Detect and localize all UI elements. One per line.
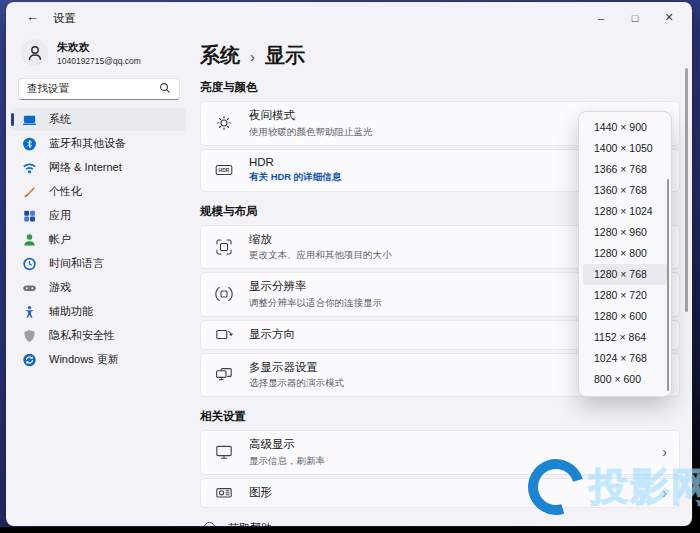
sidebar-item-accounts[interactable]: 帐户 <box>11 228 186 251</box>
user-email: 1040192715@qq.com <box>57 56 141 66</box>
multiple-displays-icon <box>215 366 235 384</box>
card-texts: 高级显示显示信息，刷新率 <box>249 431 662 474</box>
sidebar-item-apps[interactable]: 应用 <box>11 204 186 227</box>
sidebar-item-bluetooth-devices[interactable]: 蓝牙和其他设备 <box>11 132 186 155</box>
card-title: 高级显示 <box>249 437 662 452</box>
resolution-option[interactable]: 1366 × 768 <box>583 159 667 180</box>
card-subtitle: 显示信息，刷新率 <box>249 455 662 468</box>
avatar <box>21 39 48 66</box>
resolution-option[interactable]: 800 × 600 <box>583 369 667 390</box>
network-internet-icon <box>22 160 37 175</box>
window-controls: – □ ✕ <box>584 3 686 32</box>
breadcrumb-root[interactable]: 系统 <box>200 42 240 69</box>
chevron-right-icon: › <box>662 485 669 501</box>
card-trailing: › <box>662 485 669 501</box>
sidebar-item-label: Windows 更新 <box>49 352 119 367</box>
page-scrollbar[interactable] <box>685 68 688 312</box>
dropdown-scrollbar[interactable] <box>667 179 670 391</box>
sidebar-item-label: 网络 & Internet <box>49 160 122 175</box>
resolution-option[interactable]: 1440 × 900 <box>583 117 667 138</box>
settings-window: ← 设置 – □ ✕ 朱欢欢 1040192715@qq.com 查找设置 <box>6 2 692 526</box>
card-trailing: › <box>662 444 669 460</box>
sidebar-item-time-language[interactable]: 时间和语言 <box>11 252 186 275</box>
accessibility-icon <box>22 304 37 319</box>
sidebar-item-personalization[interactable]: 个性化 <box>11 180 186 203</box>
search-placeholder: 查找设置 <box>27 82 69 96</box>
svg-text:HDR: HDR <box>219 167 230 173</box>
sidebar-item-privacy-security[interactable]: 隐私和安全性 <box>11 324 186 347</box>
display-resolution-icon <box>215 285 235 303</box>
resolution-options-list: 1440 × 9001400 × 10501366 × 7681360 × 76… <box>579 117 671 390</box>
resolution-option[interactable]: 1280 × 768 <box>583 264 667 285</box>
sidebar-item-label: 辅助功能 <box>49 304 93 319</box>
privacy-security-icon <box>22 328 37 343</box>
breadcrumb-current: 显示 <box>265 42 305 69</box>
gaming-icon <box>22 280 37 295</box>
get-help-icon: ? <box>202 519 217 526</box>
sidebar-item-label: 帐户 <box>49 232 71 247</box>
sidebar-item-label: 隐私和安全性 <box>49 328 115 343</box>
minimize-button[interactable]: – <box>584 3 618 32</box>
resolution-option[interactable]: 1400 × 1050 <box>583 138 667 159</box>
sidebar-item-label: 时间和语言 <box>49 256 104 271</box>
bluetooth-devices-icon <box>22 136 37 151</box>
chevron-right-icon: › <box>250 46 255 65</box>
time-language-icon <box>22 256 37 271</box>
section-header: 亮度与颜色 <box>200 80 680 95</box>
close-button[interactable]: ✕ <box>652 3 686 32</box>
resolution-dropdown: 1440 × 9001400 × 10501366 × 7681360 × 76… <box>578 111 672 397</box>
resolution-option[interactable]: 1360 × 768 <box>583 180 667 201</box>
section-header: 相关设置 <box>200 409 680 424</box>
hdr-icon: HDR <box>215 161 235 179</box>
footer-link-label: 获取帮助 <box>228 521 272 527</box>
sidebar-item-label: 游戏 <box>49 280 71 295</box>
desktop-background: ← 设置 – □ ✕ 朱欢欢 1040192715@qq.com 查找设置 <box>0 0 700 533</box>
sidebar-item-label: 应用 <box>49 208 71 223</box>
scale-icon <box>215 238 235 256</box>
chevron-right-icon: › <box>662 444 669 460</box>
sidebar-item-windows-update[interactable]: Windows 更新 <box>11 348 186 371</box>
user-account-row[interactable]: 朱欢欢 1040192715@qq.com <box>6 34 194 76</box>
resolution-option[interactable]: 1280 × 720 <box>583 285 667 306</box>
accounts-icon <box>22 232 37 247</box>
titlebar: ← 设置 – □ ✕ <box>6 2 692 34</box>
sidebar-item-gaming[interactable]: 游戏 <box>11 276 186 299</box>
windows-update-icon <box>22 352 37 367</box>
get-help-link[interactable]: ?获取帮助 <box>202 519 680 527</box>
resolution-option[interactable]: 1152 × 864 <box>583 327 667 348</box>
svg-text:?: ? <box>207 525 211 527</box>
maximize-button[interactable]: □ <box>618 3 652 32</box>
user-name: 朱欢欢 <box>57 40 141 55</box>
sidebar: 朱欢欢 1040192715@qq.com 查找设置 系统蓝牙和其他设备网络 &… <box>6 34 194 372</box>
sidebar-item-system[interactable]: 系统 <box>11 108 186 131</box>
footer-links: ?获取帮助提供反馈 <box>200 519 680 527</box>
graphics-icon <box>215 484 235 502</box>
sidebar-nav: 系统蓝牙和其他设备网络 & Internet个性化应用帐户时间和语言游戏辅助功能… <box>6 108 194 371</box>
resolution-option[interactable]: 1280 × 800 <box>583 243 667 264</box>
window-title: 设置 <box>53 11 76 26</box>
card-texts: 图形 <box>249 479 662 506</box>
sidebar-item-label: 蓝牙和其他设备 <box>49 136 126 151</box>
card-graphics[interactable]: 图形› <box>200 478 680 508</box>
search-icon <box>159 80 171 98</box>
advanced-display-icon <box>215 443 235 461</box>
apps-icon <box>22 208 37 223</box>
system-icon <box>22 112 37 127</box>
search-input[interactable]: 查找设置 <box>18 78 180 100</box>
card-title: 夜间模式 <box>249 108 599 123</box>
card-texts: 夜间模式使用较暖的颜色帮助阻止蓝光 <box>249 102 599 145</box>
card-advanced-display[interactable]: 高级显示显示信息，刷新率› <box>200 430 680 475</box>
resolution-option[interactable]: 1280 × 600 <box>583 306 667 327</box>
sidebar-item-accessibility[interactable]: 辅助功能 <box>11 300 186 323</box>
resolution-option[interactable]: 1280 × 1024 <box>583 201 667 222</box>
resolution-option[interactable]: 1024 × 768 <box>583 348 667 369</box>
sidebar-item-network-internet[interactable]: 网络 & Internet <box>11 156 186 179</box>
sidebar-item-label: 个性化 <box>49 184 82 199</box>
sidebar-item-label: 系统 <box>49 112 71 127</box>
back-button[interactable]: ← <box>26 9 39 24</box>
resolution-option[interactable]: 1280 × 960 <box>583 222 667 243</box>
personalization-icon <box>22 184 37 199</box>
breadcrumb: 系统 › 显示 <box>200 42 680 68</box>
night-light-icon <box>215 114 235 132</box>
card-subtitle: 使用较暖的颜色帮助阻止蓝光 <box>249 126 599 139</box>
